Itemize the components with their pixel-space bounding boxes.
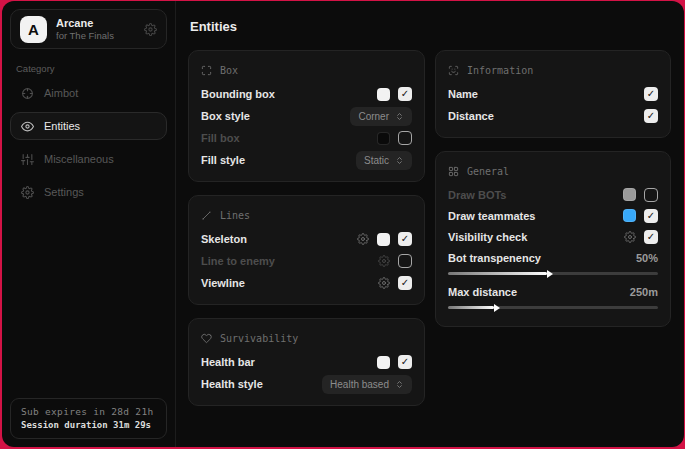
chevrons-up-down-icon [395,156,404,165]
app-logo: A [20,16,47,43]
name-row: Name ✓ [448,83,658,105]
max-distance-slider[interactable] [448,306,658,309]
checkbox-checked[interactable]: ✓ [644,109,658,123]
gear-icon[interactable] [357,233,369,245]
max-distance-block: Max distance 250m [448,282,658,309]
draw-teammates-row: Draw teammates ✓ [448,205,658,226]
fill-style-row: Fill style Static [201,149,412,171]
checkbox-checked[interactable]: ✓ [644,209,658,223]
session-duration-text: Session duration 31m 29s [21,420,156,430]
cards-columns: Box Bounding box ✓ Box style Corn [188,50,671,406]
color-swatch[interactable] [623,188,636,201]
checkbox-unchecked[interactable] [398,131,412,145]
check-icon: ✓ [401,234,409,244]
viewline-row: Viewline ✓ [201,272,412,294]
color-swatch[interactable] [377,233,390,246]
setting-label: Fill box [201,132,240,144]
gear-icon[interactable] [624,231,636,243]
setting-label: Skeleton [201,233,247,245]
card-title: General [467,166,509,177]
box-style-dropdown[interactable]: Corner [350,107,412,126]
draw-bots-row: Draw BOTs [448,184,658,205]
brand-card: A Arcane for The Finals [10,9,167,49]
app-window: A Arcane for The Finals Category Aimbot … [2,1,684,447]
color-swatch[interactable] [623,209,636,222]
bot-transparency-row: Bot transpenency 50% [448,248,658,268]
survivability-card-header: Survivability [201,328,412,348]
checkbox-checked[interactable]: ✓ [398,355,412,369]
check-icon: ✓ [401,89,409,99]
card-title: Survivability [220,333,298,344]
color-swatch[interactable] [377,132,390,145]
heart-icon [201,333,212,344]
setting-label: Draw teammates [448,210,535,222]
line-to-enemy-row: Line to enemy [201,250,412,272]
chevrons-up-down-icon [395,380,404,389]
setting-label: Viewline [201,277,245,289]
visibility-check-row: Visibility check ✓ [448,226,658,247]
color-swatch[interactable] [377,356,390,369]
color-swatch[interactable] [377,88,390,101]
sidebar-nav: Aimbot Entities Miscellaneous Settings [10,79,167,206]
dropdown-value: Corner [358,111,389,122]
brand-text: Arcane for The Finals [56,17,114,41]
lines-card-header: Lines [201,205,412,225]
check-icon: ✓ [647,232,655,242]
health-bar-row: Health bar ✓ [201,351,412,373]
health-style-row: Health style Health based [201,373,412,395]
setting-label: Visibility check [448,231,527,243]
checkbox-unchecked[interactable] [398,254,412,268]
setting-label: Max distance [448,286,517,298]
sidebar-item-entities[interactable]: Entities [10,112,167,140]
page-title: Entities [190,19,671,34]
box-card: Box Bounding box ✓ Box style Corn [188,50,425,182]
gear-icon[interactable] [378,277,390,289]
gear-icon [21,186,34,199]
bot-transparency-block: Bot transpenency 50% [448,248,658,275]
checkbox-checked[interactable]: ✓ [398,276,412,290]
crosshair-icon [21,87,34,100]
checkbox-checked[interactable]: ✓ [398,232,412,246]
slider-value: 250m [630,286,658,298]
lines-card: Lines Skeleton ✓ Line to enemy [188,195,425,305]
sidebar-item-miscellaneous[interactable]: Miscellaneous [10,145,167,173]
setting-label: Draw BOTs [448,189,506,201]
card-title: Information [467,65,533,76]
check-icon: ✓ [647,111,655,121]
information-card-header: Information [448,60,658,80]
sidebar-item-settings[interactable]: Settings [10,178,167,206]
setting-label: Fill style [201,154,245,166]
settings-gear-icon[interactable] [144,23,157,36]
setting-label: Line to enemy [201,255,275,267]
slider-fill[interactable] [448,306,494,309]
checkbox-checked[interactable]: ✓ [644,87,658,101]
setting-label: Name [448,88,478,100]
setting-label: Bot transpenency [448,252,541,264]
slider-fill[interactable] [448,272,547,275]
checkbox-unchecked[interactable] [644,188,658,202]
distance-row: Distance ✓ [448,105,658,127]
fill-style-dropdown[interactable]: Static [356,151,412,170]
dropdown-value: Health based [330,379,389,390]
card-title: Box [220,65,238,76]
skeleton-row: Skeleton ✓ [201,228,412,250]
fill-box-row: Fill box [201,127,412,149]
right-column: Information Name ✓ Distance ✓ [435,50,671,327]
sidebar-item-aimbot[interactable]: Aimbot [10,79,167,107]
box-card-header: Box [201,60,412,80]
sidebar-item-label: Settings [44,186,84,198]
gear-icon[interactable] [378,255,390,267]
setting-label: Distance [448,110,494,122]
left-column: Box Bounding box ✓ Box style Corn [188,50,425,406]
checkbox-checked[interactable]: ✓ [398,87,412,101]
checkbox-checked[interactable]: ✓ [644,230,658,244]
eye-icon [21,120,34,133]
sidebar-spacer [10,206,167,398]
scan-face-icon [448,65,459,76]
check-icon: ✓ [401,357,409,367]
general-card: General Draw BOTs Draw teammates ✓ [435,151,671,327]
sidebar: A Arcane for The Finals Category Aimbot … [2,1,176,447]
bot-transparency-slider[interactable] [448,272,658,275]
health-style-dropdown[interactable]: Health based [322,375,412,394]
sidebar-item-label: Entities [44,120,80,132]
